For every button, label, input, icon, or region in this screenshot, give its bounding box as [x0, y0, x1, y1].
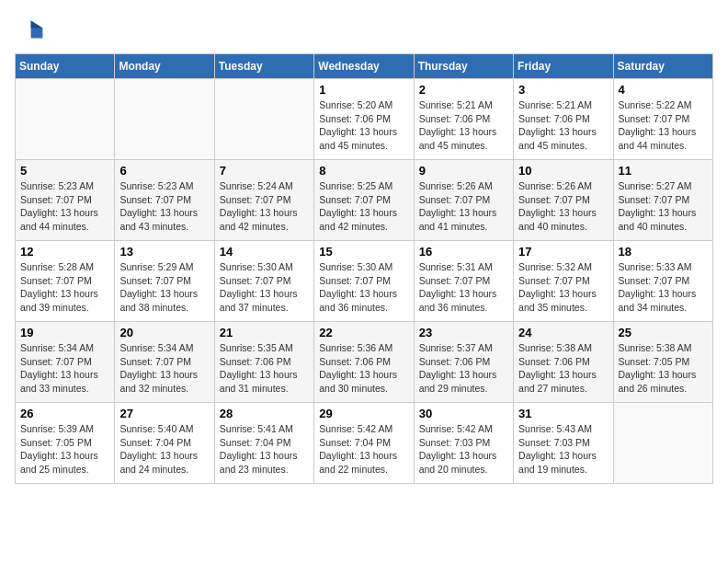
- logo: [15, 15, 48, 44]
- calendar-cell: 27Sunrise: 5:40 AM Sunset: 7:04 PM Dayli…: [115, 403, 214, 484]
- day-number: 4: [619, 83, 708, 97]
- day-info: Sunrise: 5:31 AM Sunset: 7:07 PM Dayligh…: [419, 260, 508, 315]
- calendar-cell: 14Sunrise: 5:30 AM Sunset: 7:07 PM Dayli…: [214, 241, 313, 322]
- calendar-cell: 23Sunrise: 5:37 AM Sunset: 7:06 PM Dayli…: [414, 322, 513, 403]
- calendar-cell: 30Sunrise: 5:42 AM Sunset: 7:03 PM Dayli…: [414, 403, 513, 484]
- day-info: Sunrise: 5:37 AM Sunset: 7:06 PM Dayligh…: [419, 341, 508, 396]
- day-info: Sunrise: 5:25 AM Sunset: 7:07 PM Dayligh…: [319, 179, 408, 234]
- week-row: 19Sunrise: 5:34 AM Sunset: 7:07 PM Dayli…: [16, 322, 713, 403]
- day-info: Sunrise: 5:21 AM Sunset: 7:06 PM Dayligh…: [518, 98, 608, 153]
- calendar-cell: 31Sunrise: 5:43 AM Sunset: 7:03 PM Dayli…: [514, 403, 613, 484]
- day-info: Sunrise: 5:21 AM Sunset: 7:06 PM Dayligh…: [419, 98, 508, 153]
- day-number: 21: [220, 326, 309, 339]
- day-info: Sunrise: 5:26 AM Sunset: 7:07 PM Dayligh…: [518, 179, 608, 234]
- calendar-cell: 19Sunrise: 5:34 AM Sunset: 7:07 PM Dayli…: [16, 322, 115, 403]
- day-number: 30: [419, 407, 508, 420]
- day-number: 31: [518, 407, 608, 420]
- calendar-cell: 17Sunrise: 5:32 AM Sunset: 7:07 PM Dayli…: [514, 241, 613, 322]
- day-info: Sunrise: 5:30 AM Sunset: 7:07 PM Dayligh…: [319, 260, 408, 315]
- calendar-cell: 15Sunrise: 5:30 AM Sunset: 7:07 PM Dayli…: [314, 241, 414, 322]
- calendar-cell: 13Sunrise: 5:29 AM Sunset: 7:07 PM Dayli…: [115, 241, 214, 322]
- calendar-cell: 11Sunrise: 5:27 AM Sunset: 7:07 PM Dayli…: [613, 160, 712, 241]
- day-info: Sunrise: 5:23 AM Sunset: 7:07 PM Dayligh…: [119, 179, 209, 234]
- calendar-cell: 6Sunrise: 5:23 AM Sunset: 7:07 PM Daylig…: [115, 160, 214, 241]
- day-number: 8: [319, 164, 408, 178]
- day-number: 23: [419, 326, 508, 339]
- day-number: 27: [119, 407, 209, 420]
- day-info: Sunrise: 5:22 AM Sunset: 7:07 PM Dayligh…: [619, 98, 708, 153]
- day-info: Sunrise: 5:27 AM Sunset: 7:07 PM Dayligh…: [619, 179, 708, 234]
- day-number: 22: [319, 326, 408, 339]
- day-info: Sunrise: 5:32 AM Sunset: 7:07 PM Dayligh…: [518, 260, 608, 315]
- calendar-cell: [613, 403, 712, 484]
- day-number: 6: [119, 164, 209, 178]
- calendar-cell: [214, 79, 313, 160]
- day-number: 18: [619, 245, 708, 259]
- header-cell-friday: Friday: [514, 54, 613, 79]
- day-number: 3: [518, 83, 608, 97]
- day-number: 10: [518, 164, 608, 178]
- week-row: 1Sunrise: 5:20 AM Sunset: 7:06 PM Daylig…: [16, 79, 713, 160]
- calendar-cell: 25Sunrise: 5:38 AM Sunset: 7:05 PM Dayli…: [613, 322, 712, 403]
- calendar-cell: 21Sunrise: 5:35 AM Sunset: 7:06 PM Dayli…: [214, 322, 313, 403]
- day-number: 7: [220, 164, 309, 178]
- day-info: Sunrise: 5:23 AM Sunset: 7:07 PM Dayligh…: [20, 179, 109, 234]
- header-cell-sunday: Sunday: [16, 54, 115, 79]
- day-info: Sunrise: 5:35 AM Sunset: 7:06 PM Dayligh…: [220, 341, 309, 396]
- day-info: Sunrise: 5:34 AM Sunset: 7:07 PM Dayligh…: [20, 341, 109, 396]
- calendar-cell: 10Sunrise: 5:26 AM Sunset: 7:07 PM Dayli…: [514, 160, 613, 241]
- calendar-cell: 24Sunrise: 5:38 AM Sunset: 7:06 PM Dayli…: [514, 322, 613, 403]
- day-number: 20: [119, 326, 209, 339]
- day-info: Sunrise: 5:38 AM Sunset: 7:05 PM Dayligh…: [619, 341, 708, 396]
- day-info: Sunrise: 5:43 AM Sunset: 7:03 PM Dayligh…: [518, 422, 608, 477]
- calendar-cell: [115, 79, 214, 160]
- day-info: Sunrise: 5:36 AM Sunset: 7:06 PM Dayligh…: [319, 341, 408, 396]
- day-number: 15: [319, 245, 408, 259]
- calendar-cell: [16, 79, 115, 160]
- day-number: 14: [220, 245, 309, 259]
- day-number: 11: [619, 164, 708, 178]
- calendar-cell: 16Sunrise: 5:31 AM Sunset: 7:07 PM Dayli…: [414, 241, 513, 322]
- day-info: Sunrise: 5:28 AM Sunset: 7:07 PM Dayligh…: [20, 260, 109, 315]
- header-cell-saturday: Saturday: [613, 54, 712, 79]
- header-cell-tuesday: Tuesday: [214, 54, 313, 79]
- calendar-cell: 20Sunrise: 5:34 AM Sunset: 7:07 PM Dayli…: [115, 322, 214, 403]
- calendar-cell: 4Sunrise: 5:22 AM Sunset: 7:07 PM Daylig…: [613, 79, 712, 160]
- calendar-cell: 5Sunrise: 5:23 AM Sunset: 7:07 PM Daylig…: [16, 160, 115, 241]
- calendar-cell: 22Sunrise: 5:36 AM Sunset: 7:06 PM Dayli…: [314, 322, 414, 403]
- page-header: [15, 15, 713, 44]
- day-number: 5: [20, 164, 109, 178]
- calendar-table: SundayMondayTuesdayWednesdayThursdayFrid…: [15, 53, 713, 484]
- logo-icon: [15, 15, 44, 44]
- day-info: Sunrise: 5:41 AM Sunset: 7:04 PM Dayligh…: [220, 422, 309, 477]
- day-number: 24: [518, 326, 608, 339]
- day-number: 25: [619, 326, 708, 339]
- day-number: 16: [419, 245, 508, 259]
- day-info: Sunrise: 5:29 AM Sunset: 7:07 PM Dayligh…: [119, 260, 209, 315]
- day-number: 29: [319, 407, 408, 420]
- day-info: Sunrise: 5:34 AM Sunset: 7:07 PM Dayligh…: [119, 341, 209, 396]
- day-info: Sunrise: 5:42 AM Sunset: 7:04 PM Dayligh…: [319, 422, 408, 477]
- day-number: 19: [20, 326, 109, 339]
- calendar-cell: 18Sunrise: 5:33 AM Sunset: 7:07 PM Dayli…: [613, 241, 712, 322]
- day-number: 9: [419, 164, 508, 178]
- day-info: Sunrise: 5:40 AM Sunset: 7:04 PM Dayligh…: [119, 422, 209, 477]
- calendar-cell: 7Sunrise: 5:24 AM Sunset: 7:07 PM Daylig…: [214, 160, 313, 241]
- calendar-cell: 2Sunrise: 5:21 AM Sunset: 7:06 PM Daylig…: [414, 79, 513, 160]
- day-info: Sunrise: 5:20 AM Sunset: 7:06 PM Dayligh…: [319, 98, 408, 153]
- day-info: Sunrise: 5:33 AM Sunset: 7:07 PM Dayligh…: [619, 260, 708, 315]
- week-row: 12Sunrise: 5:28 AM Sunset: 7:07 PM Dayli…: [16, 241, 713, 322]
- header-row: SundayMondayTuesdayWednesdayThursdayFrid…: [16, 54, 713, 79]
- calendar-cell: 29Sunrise: 5:42 AM Sunset: 7:04 PM Dayli…: [314, 403, 414, 484]
- header-cell-wednesday: Wednesday: [314, 54, 414, 79]
- header-cell-monday: Monday: [115, 54, 214, 79]
- week-row: 26Sunrise: 5:39 AM Sunset: 7:05 PM Dayli…: [16, 403, 713, 484]
- day-number: 1: [319, 83, 408, 97]
- svg-marker-2: [31, 20, 43, 28]
- day-info: Sunrise: 5:38 AM Sunset: 7:06 PM Dayligh…: [518, 341, 608, 396]
- calendar-cell: 8Sunrise: 5:25 AM Sunset: 7:07 PM Daylig…: [314, 160, 414, 241]
- day-number: 2: [419, 83, 508, 97]
- day-info: Sunrise: 5:39 AM Sunset: 7:05 PM Dayligh…: [20, 422, 109, 477]
- day-info: Sunrise: 5:24 AM Sunset: 7:07 PM Dayligh…: [220, 179, 309, 234]
- calendar-cell: 26Sunrise: 5:39 AM Sunset: 7:05 PM Dayli…: [16, 403, 115, 484]
